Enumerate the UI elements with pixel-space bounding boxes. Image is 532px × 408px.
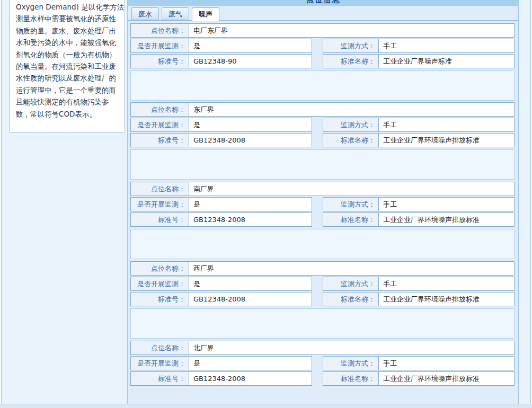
cod-info-line: 水和受污染的水中，能被强氧化 (16, 37, 122, 48)
monitoring-method-box: 监测方式： 手工 (323, 356, 515, 370)
cod-info-line: 剂氧化的物质（一般为有机物） (16, 49, 122, 60)
standard-name-box: 标准名称： 工业企业厂界环境噪声排放标准 (323, 133, 515, 147)
cod-info-line: 且能较快测定的有机物污染参 (16, 96, 122, 108)
standard-name-value: 工业企业厂界环境噪声排放标准 (379, 372, 514, 385)
section-spacer (130, 149, 515, 180)
monitoring-conducted-label: 是否开展监测： (131, 118, 189, 131)
cod-info-line: 测量水样中需要被氧化的还原性 (16, 13, 122, 24)
cod-info-line: Oxygen Demand) 是以化学方法 (16, 1, 122, 13)
page-bottom-strip (0, 404, 532, 408)
monitoring-method-box: 监测方式： 手工 (323, 277, 515, 291)
point-name-value: 东厂界 (189, 103, 514, 116)
standard-name-value: 工业企业厂界环境噪声排放标准 (379, 134, 514, 147)
standard-no-label: 标准号： (131, 372, 189, 385)
tab-content-panel: 废水废气噪声 点位名称： 电厂东厂界 是否开展监测： 是 监测方式： 手工 标准… (128, 6, 519, 404)
monitoring-conducted-box: 是否开展监测： 是 (130, 356, 312, 370)
standard-row: 标准号： GB12348-2008 标准名称： 工业企业厂界环境噪声排放标准 (130, 212, 515, 227)
point-section: 点位名称： 南厂界 是否开展监测： 是 监测方式： 手工 标准号： GB1234… (130, 182, 515, 260)
standard-name-value: 工业企业厂界环境噪声排放标准 (379, 292, 514, 306)
standard-name-label: 标准名称： (323, 134, 379, 147)
monitoring-conducted-value: 是 (189, 277, 312, 290)
monitoring-method-value: 手工 (379, 118, 514, 131)
point-name-label: 点位名称： (131, 341, 189, 354)
point-name-row: 点位名称： 北厂界 (130, 341, 515, 355)
monitoring-conducted-label: 是否开展监测： (131, 357, 189, 370)
point-name-box: 点位名称： 西厂界 (130, 261, 515, 276)
monitoring-conducted-value: 是 (189, 39, 312, 52)
monitoring-method-box: 监测方式： 手工 (323, 197, 515, 211)
cod-info-line: 水性质的研究以及废水处理厂的 (16, 72, 122, 84)
monitoring-method-label: 监测方式： (323, 198, 379, 211)
standard-name-box: 标准名称： 工业企业厂界环境噪声排放标准 (323, 212, 515, 227)
standard-no-value: GB12348-90 (189, 55, 312, 68)
cod-info-box: Oxygen Demand) 是以化学方法测量水样中需要被氧化的还原性物质的量。… (9, 0, 125, 132)
standard-name-label: 标准名称： (323, 213, 379, 226)
point-name-row: 点位名称： 西厂界 (130, 261, 515, 276)
point-name-label: 点位名称： (131, 262, 189, 275)
monitoring-method-label: 监测方式： (323, 277, 379, 290)
point-name-box: 点位名称： 南厂界 (130, 182, 515, 196)
monitoring-conducted-value: 是 (189, 118, 312, 131)
point-section: 点位名称： 北厂界 是否开展监测： 是 监测方式： 手工 标准号： GB1234… (130, 341, 515, 408)
standard-no-label: 标准号： (131, 134, 189, 147)
standard-no-box: 标准号： GB12348-90 (130, 54, 312, 68)
monitoring-method-label: 监测方式： (323, 39, 379, 52)
monitoring-conducted-box: 是否开展监测： 是 (130, 197, 312, 211)
point-name-value: 西厂界 (189, 262, 514, 275)
monitoring-method-box: 监测方式： 手工 (323, 118, 515, 132)
monitoring-row: 是否开展监测： 是 监测方式： 手工 (130, 356, 515, 370)
tab-noise[interactable]: 噪声 (192, 7, 219, 21)
point-name-value: 南厂界 (189, 182, 514, 196)
point-name-row: 点位名称： 南厂界 (130, 182, 515, 196)
point-name-box: 点位名称： 北厂界 (130, 341, 515, 355)
standard-name-label: 标准名称： (323, 372, 379, 385)
cod-info-text: Oxygen Demand) 是以化学方法测量水样中需要被氧化的还原性物质的量。… (16, 1, 122, 120)
monitoring-method-value: 手工 (379, 198, 514, 211)
monitoring-row: 是否开展监测： 是 监测方式： 手工 (130, 118, 515, 132)
monitoring-row: 是否开展监测： 是 监测方式： 手工 (130, 277, 515, 291)
monitoring-method-value: 手工 (379, 357, 514, 370)
cod-info-line: 运行管理中，它是一个重要的而 (16, 84, 122, 96)
standard-name-label: 标准名称： (323, 55, 379, 68)
point-name-value: 电厂东厂界 (189, 24, 514, 37)
standard-name-box: 标准名称： 工业企业厂界环境噪声排放标准 (323, 292, 515, 306)
monitoring-conducted-label: 是否开展监测： (131, 39, 189, 52)
monitoring-conducted-value: 是 (189, 198, 312, 211)
point-section: 点位名称： 东厂界 是否开展监测： 是 监测方式： 手工 标准号： GB1234… (130, 102, 515, 180)
header-bar: 点位信息 (128, 0, 519, 6)
point-section: 点位名称： 电厂东厂界 是否开展监测： 是 监测方式： 手工 标准号： GB12… (130, 23, 515, 101)
standard-no-value: GB12348-2008 (189, 372, 312, 385)
standard-row: 标准号： GB12348-90 标准名称： 工业企业厂界噪声标准 (130, 54, 515, 68)
standard-no-box: 标准号： GB12348-2008 (130, 212, 312, 227)
monitoring-method-label: 监测方式： (323, 357, 379, 370)
monitoring-conducted-label: 是否开展监测： (131, 198, 189, 211)
standard-no-box: 标准号： GB12348-2008 (130, 371, 312, 386)
cod-info-line: 数，常以符号COD表示。 (16, 108, 122, 120)
standard-no-label: 标准号： (131, 55, 189, 68)
monitoring-method-label: 监测方式： (323, 118, 379, 131)
standard-no-value: GB12348-2008 (189, 292, 312, 306)
standard-name-value: 工业企业厂界环境噪声排放标准 (379, 213, 514, 226)
page-container: Oxygen Demand) 是以化学方法测量水样中需要被氧化的还原性物质的量。… (1, 0, 531, 404)
tab-wastewater[interactable]: 废水 (131, 7, 159, 20)
standard-name-box: 标准名称： 工业企业厂界噪声标准 (323, 54, 515, 68)
standard-no-value: GB12348-2008 (189, 134, 312, 147)
monitoring-row: 是否开展监测： 是 监测方式： 手工 (130, 197, 515, 211)
standard-name-value: 工业企业厂界噪声标准 (379, 55, 514, 68)
cod-info-line: 的氧当量。在河流污染和工业废 (16, 60, 122, 72)
sidebar: Oxygen Demand) 是以化学方法测量水样中需要被氧化的还原性物质的量。… (2, 0, 128, 404)
point-name-label: 点位名称： (131, 24, 189, 37)
monitoring-conducted-box: 是否开展监测： 是 (130, 277, 312, 291)
monitoring-conducted-box: 是否开展监测： 是 (130, 39, 312, 53)
monitoring-row: 是否开展监测： 是 监测方式： 手工 (130, 39, 515, 53)
standard-row: 标准号： GB12348-2008 标准名称： 工业企业厂界环境噪声排放标准 (130, 292, 515, 306)
monitoring-conducted-value: 是 (189, 357, 312, 370)
monitoring-method-value: 手工 (379, 39, 514, 52)
point-name-label: 点位名称： (131, 103, 189, 116)
standard-no-label: 标准号： (131, 292, 189, 306)
page-title: 点位信息 (128, 0, 519, 5)
standard-no-value: GB12348-2008 (189, 213, 312, 226)
section-spacer (130, 70, 515, 101)
tab-waste-gas[interactable]: 废气 (162, 7, 189, 20)
point-name-row: 点位名称： 电厂东厂界 (130, 23, 515, 38)
